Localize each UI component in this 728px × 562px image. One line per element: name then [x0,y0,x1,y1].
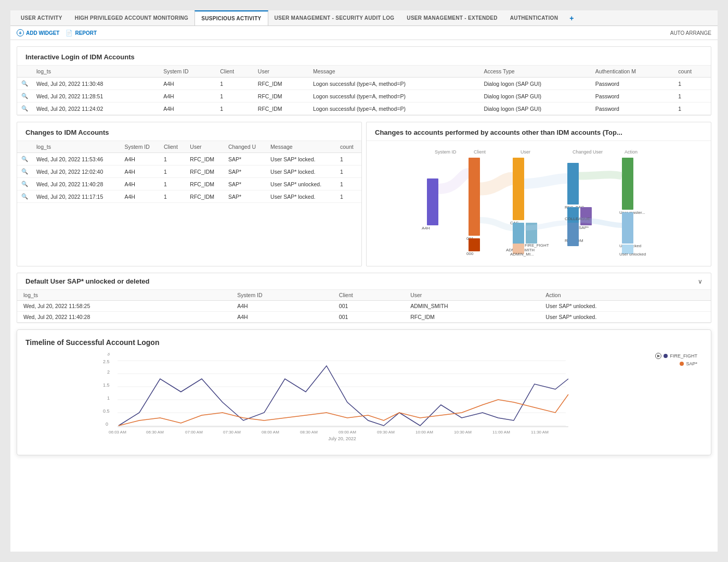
svg-text:0: 0 [106,422,108,427]
cell-user: ADMIN_SMITH [404,301,539,312]
widget4-header[interactable]: Default User SAP* unlocked or deleted ∨ [17,273,711,290]
cell-user: RFC_IDM [254,90,309,103]
table-row[interactable]: 🔍 Wed, Jul 20, 2022 12:02:40 A4H 1 RFC_I… [17,165,361,178]
cell-system-id: A4H [120,178,160,190]
table-row[interactable]: 🔍 Wed, Jul 20, 2022 11:24:02 A4H 1 RFC_I… [17,103,711,115]
col-message: Message [309,66,479,78]
cell-user: RFC_IDM [186,190,224,203]
tab-high-priv[interactable]: HIGH PRIVILEGED ACCOUNT MONITORING [69,11,195,25]
table-row[interactable]: 🔍 Wed, Jul 20, 2022 11:17:15 A4H 1 RFC_I… [17,190,361,203]
search-icon[interactable]: 🔍 [17,153,32,165]
add-widget-button[interactable]: + ADD WIDGET [17,29,59,36]
cell-system-id: A4H [159,90,216,103]
svg-text:2.5: 2.5 [103,359,110,364]
widget-idm-changes: Changes to IDM Accounts log_ts System ID… [17,122,362,266]
svg-rect-7 [469,158,480,236]
col-count: count [336,141,361,153]
cell-access-type: Dialog logon (SAP GUI) [479,103,591,115]
svg-text:07:00 AM: 07:00 AM [185,430,203,435]
table-row[interactable]: Wed, Jul 20, 2022 11:40:28 A4H 001 RFC_I… [17,312,711,323]
cell-client: 1 [160,190,186,203]
legend-fire-label: FIRE_FIGHT [670,353,697,359]
svg-text:FIRE_FIGHT: FIRE_FIGHT [525,243,549,248]
table-row[interactable]: 🔍 Wed, Jul 20, 2022 11:28:51 A4H 1 RFC_I… [17,90,711,103]
search-icon[interactable]: 🔍 [17,78,32,90]
svg-text:System ID: System ID [435,149,457,155]
add-widget-label: ADD WIDGET [26,30,59,36]
cell-system-id: A4H [231,301,333,312]
cell-access-type: Dialog logon (SAP GUI) [479,78,591,90]
widget1-header-row: log_ts System ID Client User Message Acc… [17,66,711,78]
sap-line [119,394,568,426]
svg-rect-5 [427,178,438,225]
svg-text:A4H: A4H [422,226,430,231]
search-icon[interactable]: 🔍 [17,165,32,178]
timeline-legend: ▶ FIRE_FIGHT SAP* [655,353,697,366]
cell-changed-u: SAP* [224,178,266,190]
widget-default-user: Default User SAP* unlocked or deleted ∨ … [17,273,711,323]
svg-text:0.5: 0.5 [103,408,110,414]
search-icon[interactable]: 🔍 [17,190,32,203]
svg-rect-11 [513,158,524,220]
cell-log-ts: Wed, Jul 20, 2022 11:40:28 [17,312,231,323]
tab-user-activity[interactable]: USER ACTIVITY [15,11,69,25]
two-col-section: Changes to IDM Accounts log_ts System ID… [17,122,711,266]
col-system-id: System ID [120,141,160,153]
col-count: count [674,66,711,78]
tab-user-mgmt-audit[interactable]: USER MANAGEMENT - SECURITY AUDIT LOG [268,11,401,25]
svg-text:11:00 AM: 11:00 AM [492,430,510,435]
cell-count: 1 [336,190,361,203]
cell-action: User SAP* unlocked. [539,301,711,312]
legend-dot-sap [680,362,684,366]
toolbar-left: + ADD WIDGET 📄 REPORT [17,29,97,36]
cell-log-ts: Wed, Jul 20, 2022 11:58:25 [17,301,231,312]
svg-rect-20 [567,163,579,205]
collapse-icon: ∨ [698,278,703,285]
col-search [17,66,32,78]
svg-text:06:03 AM: 06:03 AM [109,430,126,435]
cell-client: 1 [160,165,186,178]
svg-text:1: 1 [107,395,110,401]
cell-system-id: A4H [159,103,216,115]
cell-log-ts: Wed, Jul 20, 2022 11:53:46 [32,153,120,165]
legend-sap: SAP* [680,361,697,366]
col-access-type: Access Type [479,66,591,78]
legend-play-icon: ▶ [655,353,661,359]
col-log-ts: log_ts [17,290,231,301]
cell-log-ts: Wed, Jul 20, 2022 11:24:02 [32,103,159,115]
cell-message: User SAP* locked. [266,190,336,203]
content-area: Interactive Login of IDM Accounts log_ts… [10,40,718,552]
add-tab-button[interactable]: + [564,11,579,25]
widget-timeline: Timeline of Successful Account Logon ▶ F… [17,329,711,455]
report-label: REPORT [75,30,97,36]
widget1-table: log_ts System ID Client User Message Acc… [17,66,711,115]
svg-rect-28 [622,158,633,210]
legend-fire-fight: ▶ FIRE_FIGHT [655,353,697,359]
tab-user-mgmt-extended[interactable]: USER MANAGEMENT - EXTENDED [400,11,503,25]
toolbar: + ADD WIDGET 📄 REPORT AUTO ARRANGE [10,26,718,40]
cell-user: RFC_IDM [404,312,539,323]
auto-arrange-label[interactable]: AUTO ARRANGE [670,30,711,36]
table-row[interactable]: 🔍 Wed, Jul 20, 2022 11:40:28 A4H 1 RFC_I… [17,178,361,190]
col-action: Action [539,290,711,301]
svg-text:ADMIN_MI...: ADMIN_MI... [510,252,534,257]
table-row[interactable]: 🔍 Wed, Jul 20, 2022 11:30:48 A4H 1 RFC_I… [17,78,711,90]
report-button[interactable]: 📄 REPORT [66,30,97,36]
col-changed-u: Changed U [224,141,266,153]
search-icon[interactable]: 🔍 [17,103,32,115]
cell-system-id: A4H [120,190,160,203]
col-log-ts: log_ts [32,141,120,153]
cell-auth-method: Password [591,90,674,103]
svg-text:SAP*: SAP* [579,225,589,230]
cell-client: 1 [216,90,254,103]
search-icon[interactable]: 🔍 [17,178,32,190]
tab-authentication[interactable]: AUTHENTICATION [504,11,564,25]
table-row[interactable]: Wed, Jul 20, 2022 11:58:25 A4H 001 ADMIN… [17,301,711,312]
cell-system-id: A4H [120,153,160,165]
cell-client: 1 [216,103,254,115]
cell-client: 1 [160,178,186,190]
tab-suspicious[interactable]: SUSPICIOUS ACTIVITY [194,10,268,25]
search-icon[interactable]: 🔍 [17,90,32,103]
table-row[interactable]: 🔍 Wed, Jul 20, 2022 11:53:46 A4H 1 RFC_I… [17,153,361,165]
widget-interactive-login: Interactive Login of IDM Accounts log_ts… [17,46,711,116]
